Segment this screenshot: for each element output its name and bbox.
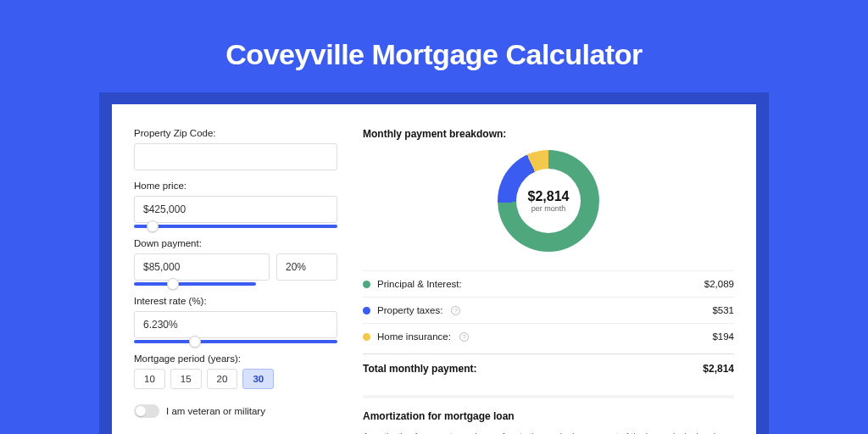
interest-rate-slider[interactable] <box>134 340 337 343</box>
period-button-15[interactable]: 15 <box>170 369 202 389</box>
period-buttons: 10 15 20 30 <box>134 369 337 389</box>
legend-value: $194 <box>712 331 734 342</box>
form-column: Property Zip Code: Home price: $425,000 … <box>134 128 337 434</box>
legend-label: Principal & Interest: <box>377 279 462 289</box>
donut-amount: $2,814 <box>528 189 570 204</box>
dot-icon <box>363 333 370 341</box>
period-button-10[interactable]: 10 <box>134 369 165 389</box>
dot-icon <box>363 307 370 314</box>
legend-label: Home insurance: <box>377 331 451 342</box>
amortization-text: Amortization for a mortgage loan refers … <box>363 431 734 434</box>
zip-label: Property Zip Code: <box>134 128 337 138</box>
home-price-label: Home price: <box>134 181 337 191</box>
dot-icon <box>363 281 370 288</box>
interest-rate-field-group: Interest rate (%): 6.230% <box>134 296 337 343</box>
legend-row-insurance: Home insurance: ? $194 <box>363 323 734 349</box>
amortization-title: Amortization for mortgage loan <box>363 410 734 422</box>
amortization-section: Amortization for mortgage loan Amortizat… <box>363 395 734 434</box>
interest-rate-input[interactable]: 6.230% <box>134 311 337 338</box>
veteran-toggle-label: I am veteran or military <box>166 406 265 416</box>
donut-sub: per month <box>531 204 566 213</box>
info-icon[interactable]: ? <box>459 332 469 342</box>
period-field-group: Mortgage period (years): 10 15 20 30 <box>134 353 337 389</box>
interest-rate-slider-thumb[interactable] <box>189 336 201 348</box>
page-title: Coveyville Mortgage Calculator <box>0 0 868 92</box>
info-icon[interactable]: ? <box>451 306 460 315</box>
down-payment-label: Down payment: <box>134 238 337 248</box>
home-price-field-group: Home price: $425,000 <box>134 181 337 228</box>
down-payment-slider-thumb[interactable] <box>167 278 179 290</box>
donut-center: $2,814 per month <box>498 150 599 252</box>
calculator-panel: Property Zip Code: Home price: $425,000 … <box>112 104 756 434</box>
down-payment-field-group: Down payment: $85,000 20% <box>134 238 337 286</box>
home-price-slider[interactable] <box>134 225 337 228</box>
total-value: $2,814 <box>703 363 734 375</box>
legend-row-taxes: Property taxes: ? $531 <box>363 297 734 323</box>
donut-chart-wrap: $2,814 per month <box>363 150 734 252</box>
breakdown-heading: Monthly payment breakdown: <box>363 128 734 140</box>
legend-value: $2,089 <box>704 279 734 289</box>
legend-label: Property taxes: <box>377 305 442 315</box>
zip-field-group: Property Zip Code: <box>134 128 337 170</box>
period-label: Mortgage period (years): <box>134 353 337 364</box>
panel-band: Property Zip Code: Home price: $425,000 … <box>99 92 769 434</box>
down-payment-slider[interactable] <box>134 282 256 286</box>
veteran-toggle[interactable] <box>134 404 159 418</box>
home-price-input[interactable]: $425,000 <box>134 196 337 223</box>
donut-chart: $2,814 per month <box>498 150 599 252</box>
period-button-30[interactable]: 30 <box>242 369 274 389</box>
total-row: Total monthly payment: $2,814 <box>363 353 734 383</box>
down-payment-percent-input[interactable]: 20% <box>276 253 337 281</box>
zip-input[interactable] <box>134 143 337 170</box>
total-label: Total monthly payment: <box>363 363 476 375</box>
legend-value: $531 <box>712 305 734 315</box>
home-price-slider-thumb[interactable] <box>147 220 159 232</box>
down-payment-amount-input[interactable]: $85,000 <box>134 253 270 281</box>
veteran-toggle-row: I am veteran or military <box>134 404 337 418</box>
legend-row-principal: Principal & Interest: $2,089 <box>363 270 734 297</box>
breakdown-column: Monthly payment breakdown: $2,814 per mo… <box>363 128 734 434</box>
veteran-toggle-knob <box>136 406 146 416</box>
period-button-20[interactable]: 20 <box>207 369 238 389</box>
interest-rate-label: Interest rate (%): <box>134 296 337 306</box>
